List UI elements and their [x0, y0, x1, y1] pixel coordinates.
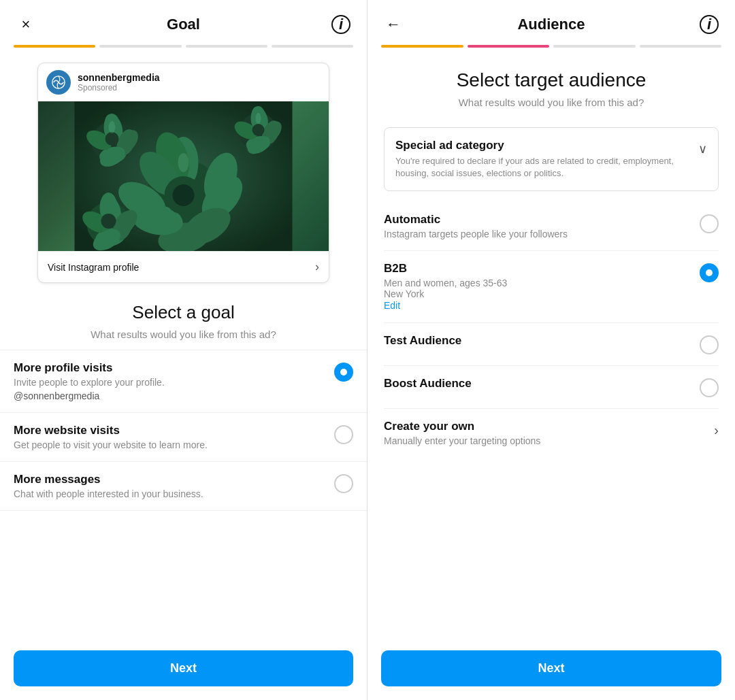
special-ad-content: Special ad category You're required to d… — [395, 139, 690, 180]
audience-boost-title: Boost Audience — [384, 377, 691, 390]
left-header: × Goal i — [0, 0, 367, 45]
create-own-title: Create your own — [384, 420, 706, 433]
radio-website-visits[interactable] — [334, 425, 353, 444]
audience-automatic-desc: Instagram targets people like your follo… — [384, 229, 691, 239]
radio-more-messages[interactable] — [334, 474, 353, 493]
close-button[interactable]: × — [14, 12, 38, 37]
audience-b2b-edit-link[interactable]: Edit — [384, 300, 400, 311]
option-website-desc: Get people to visit your website to lear… — [14, 439, 326, 450]
ad-avatar — [46, 70, 71, 95]
svg-point-42 — [109, 121, 116, 133]
option-profile-desc: Invite people to explore your profile. — [14, 377, 326, 388]
svg-point-31 — [252, 124, 265, 136]
right-header: ← Audience i — [368, 0, 735, 45]
ad-cta-text: Visit Instagram profile — [48, 262, 139, 273]
right-info-button[interactable]: i — [697, 12, 721, 37]
option-messages-title: More messages — [14, 473, 326, 486]
option-profile-handle: @sonnenbergmedia — [14, 390, 326, 401]
option-website-title: More website visits — [14, 424, 326, 437]
ad-image — [38, 101, 329, 251]
radio-profile-visits[interactable] — [334, 363, 353, 382]
option-more-messages[interactable]: More messages Chat with people intereste… — [0, 462, 367, 511]
progress-seg-3 — [186, 45, 267, 48]
create-own-chevron-right-icon: › — [714, 422, 719, 438]
special-ad-title: Special ad category — [395, 139, 690, 152]
ad-username: sonnenbergmedia — [78, 72, 160, 83]
back-icon: ← — [386, 16, 401, 33]
right-info-icon: i — [700, 15, 719, 34]
create-own-row[interactable]: Create your own Manually enter your targ… — [384, 409, 719, 457]
left-progress-bar — [0, 45, 367, 48]
radio-b2b[interactable] — [700, 263, 719, 282]
right-progress-seg-2 — [468, 45, 550, 48]
progress-seg-1 — [14, 45, 95, 48]
radio-test-audience[interactable] — [700, 335, 719, 354]
create-own-content: Create your own Manually enter your targ… — [384, 420, 706, 446]
audience-content: Select target audience What results woul… — [368, 56, 735, 700]
ad-cta-arrow-icon: › — [315, 260, 319, 274]
audience-option-boost[interactable]: Boost Audience — [384, 366, 719, 409]
option-website-content: More website visits Get people to visit … — [14, 424, 326, 450]
option-profile-visits-content: More profile visits Invite people to exp… — [14, 361, 326, 401]
right-progress-seg-3 — [553, 45, 636, 48]
ad-card: sonnenbergmedia Sponsored — [37, 63, 329, 283]
left-next-button[interactable]: Next — [14, 650, 353, 686]
left-panel: × Goal i sonnenbergmedia — [0, 0, 368, 700]
left-info-button[interactable]: i — [329, 12, 353, 37]
audience-automatic-content: Automatic Instagram targets people like … — [384, 213, 691, 239]
progress-seg-2 — [99, 45, 181, 48]
left-section-subtitle: What results would you like from this ad… — [0, 329, 367, 350]
close-icon: × — [22, 16, 31, 33]
right-progress-seg-1 — [381, 45, 463, 48]
option-website-visits[interactable]: More website visits Get people to visit … — [0, 413, 367, 462]
right-panel-title: Audience — [517, 16, 585, 33]
progress-seg-4 — [272, 45, 353, 48]
svg-point-41 — [178, 153, 189, 172]
audience-b2b-desc: Men and women, ages 35-63 — [384, 278, 691, 288]
ad-cta[interactable]: Visit Instagram profile › — [38, 251, 329, 282]
right-next-btn-container: Next — [368, 639, 735, 700]
audience-b2b-content: B2B Men and women, ages 35-63 New York E… — [384, 262, 691, 312]
option-messages-content: More messages Chat with people intereste… — [14, 473, 326, 499]
ad-card-header: sonnenbergmedia Sponsored — [38, 63, 329, 101]
left-panel-title: Goal — [167, 16, 200, 33]
ad-preview-container: sonnenbergmedia Sponsored — [0, 56, 367, 290]
svg-point-43 — [256, 113, 261, 124]
radio-automatic[interactable] — [700, 214, 719, 233]
audience-b2b-title: B2B — [384, 262, 691, 276]
svg-point-40 — [101, 214, 116, 229]
right-progress-bar — [368, 45, 735, 48]
ad-sponsored: Sponsored — [78, 83, 160, 93]
audience-option-b2b[interactable]: B2B Men and women, ages 35-63 New York E… — [384, 251, 719, 323]
audience-automatic-title: Automatic — [384, 213, 691, 227]
audience-subtitle: What results would you like from this ad… — [384, 97, 719, 108]
special-ad-section[interactable]: Special ad category You're required to d… — [384, 127, 719, 191]
option-profile-visits[interactable]: More profile visits Invite people to exp… — [0, 350, 367, 413]
right-progress-seg-4 — [640, 45, 722, 48]
left-section-title: Select a goal — [0, 290, 367, 329]
right-next-button[interactable]: Next — [381, 650, 721, 686]
audience-option-automatic[interactable]: Automatic Instagram targets people like … — [384, 202, 719, 251]
svg-point-22 — [105, 132, 119, 146]
audience-test-content: Test Audience — [384, 334, 691, 350]
option-messages-desc: Chat with people interested in your busi… — [14, 488, 326, 499]
radio-boost-audience[interactable] — [700, 378, 719, 397]
special-ad-chevron-down-icon: ∨ — [698, 141, 707, 156]
ad-card-info: sonnenbergmedia Sponsored — [78, 72, 160, 93]
audience-b2b-location: New York — [384, 288, 691, 299]
right-panel: ← Audience i Select target audience What… — [368, 0, 735, 700]
audience-boost-content: Boost Audience — [384, 377, 691, 393]
audience-test-title: Test Audience — [384, 334, 691, 348]
back-button[interactable]: ← — [381, 12, 406, 37]
create-own-desc: Manually enter your targeting options — [384, 435, 706, 446]
audience-option-test[interactable]: Test Audience — [384, 323, 719, 366]
special-ad-desc: You're required to declare if your ads a… — [395, 155, 690, 180]
option-profile-title: More profile visits — [14, 361, 326, 375]
audience-title: Select target audience — [384, 69, 719, 91]
left-info-icon: i — [331, 15, 350, 34]
left-next-btn-container: Next — [0, 639, 367, 700]
svg-point-13 — [173, 184, 195, 206]
